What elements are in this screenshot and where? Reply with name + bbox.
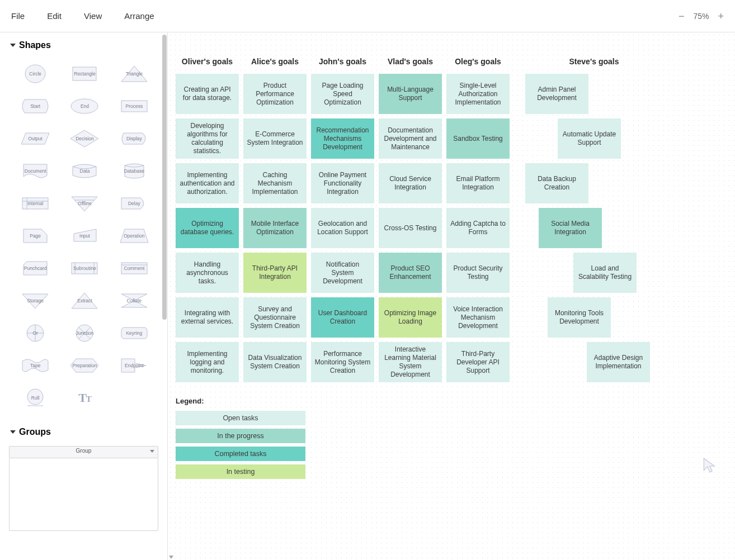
task-card[interactable]: User Dashboard Creation [311, 297, 374, 338]
shape-or[interactable]: Or [11, 317, 59, 349]
shape-offline[interactable]: Offline [60, 188, 109, 219]
task-card[interactable]: Performance Monitoring System Creation [311, 342, 374, 382]
shape-tape[interactable]: Tape [11, 350, 59, 381]
task-card[interactable]: Social Media Integration [539, 208, 602, 248]
group-dropdown[interactable]: Group [9, 446, 158, 458]
task-card[interactable]: Adding Captcha to Forms [446, 208, 510, 248]
task-card[interactable]: Cloud Service Integration [379, 163, 442, 203]
task-card[interactable]: Automatic Update Support [558, 118, 621, 159]
shape-process[interactable]: Process [110, 91, 158, 122]
legend-title: Legend: [176, 397, 654, 405]
shape-keyring[interactable]: Keyring [110, 317, 158, 349]
task-card[interactable]: Sandbox Testing [446, 118, 510, 159]
shape-internal[interactable]: Internal [11, 188, 59, 219]
task-card[interactable]: Third-Party Developer API Support [446, 342, 510, 382]
shape-delay[interactable]: Delay [110, 188, 158, 219]
group-preview [9, 458, 158, 531]
goals-column-steve: Steve's goalsAdmin Panel DevelopmentAuto… [525, 49, 654, 387]
shape-data[interactable]: Data [60, 155, 109, 187]
task-card[interactable]: Cross-OS Testing [379, 208, 442, 248]
shape-document[interactable]: Document [11, 155, 59, 187]
task-card[interactable]: Documentation Development and Maintenanc… [379, 118, 442, 159]
shape-rectangle[interactable]: Rectangle [60, 58, 109, 89]
chevron-down-icon [10, 44, 16, 47]
task-card[interactable]: Geolocation and Location Support [311, 208, 374, 248]
groups-section-header[interactable]: Groups [0, 419, 167, 443]
task-card[interactable]: Notification System Development [311, 253, 374, 293]
shape-circle[interactable]: Circle [11, 58, 59, 89]
task-card[interactable]: Admin Panel Development [525, 74, 588, 114]
zoom-in-button[interactable]: + [718, 11, 724, 21]
task-card[interactable]: Online Payment Functionality Integration [311, 163, 374, 203]
shapes-title: Shapes [19, 40, 51, 50]
task-card[interactable]: Implementing logging and monitoring. [176, 342, 239, 382]
shape-comment[interactable]: Comment [110, 253, 158, 284]
task-card[interactable]: Optimizing Image Loading [379, 297, 442, 338]
task-card[interactable]: Recommendation Mechanisms Development [311, 118, 374, 159]
task-card[interactable]: Product Security Testing [446, 253, 510, 293]
task-card[interactable]: Implementing authentication and authoriz… [176, 163, 239, 203]
task-card[interactable]: Data Visualization System Creation [243, 342, 307, 382]
task-card[interactable]: Email Platform Integration [446, 163, 510, 203]
canvas-vscroll[interactable] [168, 0, 175, 560]
task-card[interactable]: Single-Level Authorization Implementatio… [446, 74, 510, 114]
shape-punchcard[interactable]: Punchcard [11, 253, 59, 284]
svg-marker-21 [22, 294, 48, 309]
shape-subroutine[interactable]: Subroutine [60, 253, 109, 284]
goals-column: Oleg's goalsSingle-Level Authorization I… [446, 49, 510, 387]
menu-view[interactable]: View [84, 11, 102, 21]
shape-display[interactable]: Display [110, 123, 158, 154]
sidebar-scrollbar[interactable] [162, 32, 167, 560]
task-card[interactable]: Voice Interaction Mechanism Development [446, 297, 510, 338]
svg-marker-13 [74, 229, 96, 241]
shape-storage[interactable]: Storage [11, 285, 59, 316]
task-card[interactable]: Product Performance Optimization [243, 74, 307, 114]
shape-start[interactable]: Start [11, 91, 59, 122]
task-card[interactable]: Caching Mechanism Implementation [243, 163, 307, 203]
shape-extract[interactable]: Extract [60, 285, 109, 316]
shape-input[interactable]: Input [60, 220, 109, 251]
task-card[interactable]: Load and Scalability Testing [573, 253, 637, 293]
task-card[interactable]: Multi-Language Support [379, 74, 442, 114]
task-card[interactable]: Integrating with external services. [176, 297, 239, 338]
menu-file[interactable]: File [11, 11, 25, 21]
task-card[interactable]: Page Loading Speed Optimization [311, 74, 374, 114]
task-card[interactable]: Monitoring Tools Development [548, 297, 611, 338]
column-header: Oleg's goals [446, 49, 510, 74]
shape-text-tool[interactable]: TT [60, 382, 109, 414]
shape-decision[interactable]: Decision [60, 123, 109, 154]
shape-endpoint[interactable]: Endpoint [110, 350, 158, 381]
shape-preparation[interactable]: Preparation [60, 350, 109, 381]
task-card[interactable]: Data Backup Creation [525, 163, 588, 203]
task-card[interactable]: Mobile Interface Optimization [243, 208, 307, 248]
canvas[interactable]: Oliver's goalsCreating an API for data s… [168, 32, 735, 560]
task-card[interactable]: Survey and Questionnaire System Creation [243, 297, 307, 338]
shape-roll[interactable]: Roll [11, 382, 59, 414]
shape-page[interactable]: Page [11, 220, 59, 251]
shape-end[interactable]: End [60, 91, 109, 122]
svg-marker-22 [72, 293, 97, 309]
zoom-out-button[interactable]: − [679, 11, 685, 21]
shape-output[interactable]: Output [11, 123, 59, 154]
shape-collate[interactable]: Collate [110, 285, 158, 316]
task-card[interactable]: Third-Party API Integration [243, 253, 307, 293]
shape-junction[interactable]: Junction [60, 317, 109, 349]
shape-operation[interactable]: Operation [110, 220, 158, 251]
menu-edit[interactable]: Edit [47, 11, 62, 21]
menu-arrange[interactable]: Arrange [124, 11, 154, 21]
svg-marker-2 [121, 66, 147, 82]
legend-item: In testing [176, 464, 305, 479]
task-card[interactable]: E-Commerce System Integration [243, 118, 307, 159]
shape-triangle[interactable]: Triangle [110, 58, 158, 89]
task-card[interactable]: Creating an API for data storage. [176, 74, 239, 114]
scrollbar-thumb[interactable] [162, 35, 167, 320]
shapes-section-header[interactable]: Shapes [0, 32, 167, 56]
task-card[interactable]: Interactive Learning Material System Dev… [379, 342, 442, 382]
svg-rect-16 [72, 263, 97, 274]
task-card[interactable]: Product SEO Enhancement [379, 253, 442, 293]
task-card[interactable]: Optimizing database queries. [176, 208, 239, 248]
task-card[interactable]: Handling asynchronous tasks. [176, 253, 239, 293]
task-card[interactable]: Developing algorithms for calculating st… [176, 118, 239, 159]
task-card[interactable]: Adaptive Design Implementation [587, 342, 650, 382]
shape-database[interactable]: Database [110, 155, 158, 187]
